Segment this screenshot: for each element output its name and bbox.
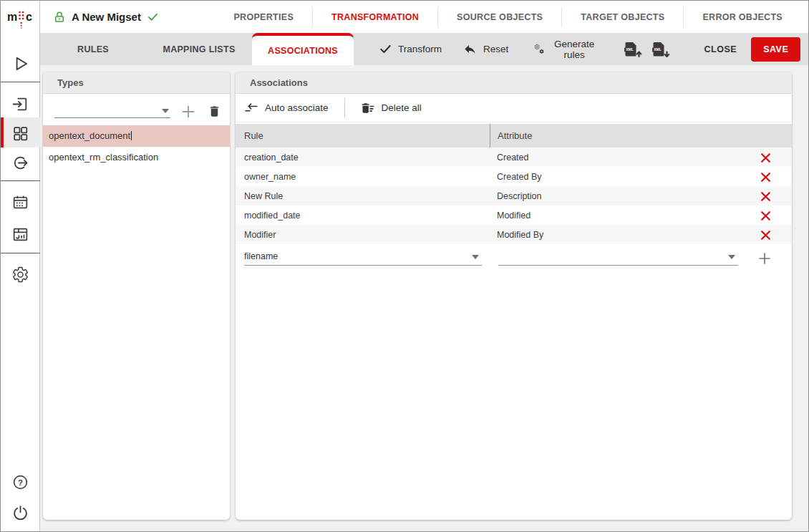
association-row: creation_date Created (236, 147, 792, 167)
delete-type-button[interactable] (208, 105, 221, 118)
rule-cell: owner_name (236, 167, 490, 186)
xml-upload-icon: XML (623, 41, 642, 58)
reset-button[interactable]: Reset (463, 42, 508, 56)
sidebar-item-power[interactable] (1, 499, 40, 526)
swap-arrows-icon (244, 102, 258, 115)
trash-icon (208, 105, 221, 118)
sidebar-item-scheduler[interactable] (1, 188, 40, 216)
associations-table-body: creation_date Created owner_name Created… (236, 147, 792, 244)
generate-rules-label: Generate rules (552, 39, 597, 60)
new-rule-select[interactable]: filename (244, 248, 482, 266)
tab-label: TARGET OBJECTS (581, 12, 664, 22)
sidebar-divider (1, 253, 40, 253)
add-type-button[interactable] (180, 104, 196, 120)
delete-association-button[interactable] (760, 152, 772, 163)
auto-associate-label: Auto associate (265, 102, 329, 113)
chevron-down-icon (162, 109, 169, 113)
attribute-cell: Modified (490, 205, 792, 225)
toolbar-tab-mapping-lists[interactable]: MAPPING LISTS (146, 33, 252, 65)
migration-center-logo-icon: m c (6, 4, 35, 30)
calendar-icon (11, 193, 29, 211)
new-association-row: filename (236, 244, 792, 271)
svg-text:XML: XML (654, 47, 662, 52)
topbar-tab-source-objects[interactable]: SOURCE OBJECTS (437, 7, 561, 27)
import-xml-button[interactable]: XML (623, 41, 642, 58)
rule-column-header: Rule (236, 124, 490, 147)
migset-name: A New Migset (72, 11, 141, 23)
toolbar-tabs: RULESMAPPING LISTSASSOCIATIONS (40, 33, 354, 65)
svg-text:m: m (7, 11, 17, 23)
save-button[interactable]: SAVE (751, 37, 800, 62)
lock-icon (53, 11, 66, 24)
tab-label: SOURCE OBJECTS (457, 12, 543, 22)
sidebar-item-import[interactable] (1, 90, 40, 117)
sidebar-item-export[interactable] (1, 149, 40, 176)
x-icon (760, 172, 771, 183)
tab-label: MAPPING LISTS (163, 44, 235, 54)
type-select[interactable] (54, 102, 170, 118)
type-list-item[interactable]: opentext_document (43, 125, 230, 147)
rule-cell: New Rule (236, 186, 490, 205)
migset-title-group: A New Migset (40, 11, 159, 24)
content-area: Types opentext_documentopentext_rm_class… (40, 65, 808, 531)
topbar-tab-properties[interactable]: PROPERTIES (215, 7, 312, 27)
help-icon: ? (11, 473, 29, 491)
sidebar-item-settings[interactable] (1, 261, 40, 288)
dashboard-chart-icon (11, 226, 29, 243)
topbar-tab-transformation[interactable]: TRANSFORMATION (312, 7, 437, 27)
topbar-tab-target-objects[interactable]: TARGET OBJECTS (561, 7, 683, 27)
svg-text:c: c (26, 11, 32, 23)
tab-label: TRANSFORMATION (331, 12, 419, 22)
chevron-down-icon (472, 255, 479, 259)
tab-label: ASSOCIATIONS (268, 46, 338, 56)
topbar-tab-error-objects[interactable]: ERROR OBJECTS (683, 7, 801, 27)
new-attribute-select[interactable] (498, 248, 738, 266)
plus-icon (180, 104, 196, 120)
reset-label: Reset (483, 44, 508, 54)
gear-icon (11, 266, 29, 284)
x-icon (760, 230, 771, 241)
toolbar-tab-associations[interactable]: ASSOCIATIONS (252, 33, 354, 65)
transformation-toolbar: RULESMAPPING LISTSASSOCIATIONS Transform… (40, 33, 808, 65)
sidebar-item-run[interactable] (1, 50, 40, 77)
association-row: New Rule Description (236, 186, 792, 205)
grid-icon (11, 125, 29, 142)
x-icon (760, 211, 771, 221)
auto-associate-button[interactable]: Auto associate (244, 102, 329, 115)
app-window: m c (0, 0, 809, 532)
x-icon (760, 191, 771, 202)
app-logo: m c (1, 1, 40, 33)
add-association-button[interactable] (757, 251, 772, 266)
types-panel-title: Types (43, 72, 230, 94)
check-icon (147, 11, 159, 23)
delete-association-button[interactable] (760, 210, 772, 221)
toolbar-tab-rules[interactable]: RULES (40, 33, 146, 65)
rule-cell: Modifier (236, 225, 490, 244)
type-list-item[interactable]: opentext_rm_classification (43, 147, 230, 168)
close-button[interactable]: CLOSE (696, 39, 746, 60)
chevron-down-icon (728, 255, 735, 259)
sidebar-item-help[interactable]: ? (1, 468, 40, 495)
new-rule-select-value: filename (244, 251, 278, 261)
delete-association-button[interactable] (760, 229, 772, 241)
sidebar-item-dashboard[interactable] (1, 221, 40, 248)
export-xml-button[interactable]: XML (651, 41, 670, 58)
delete-association-button[interactable] (760, 171, 772, 183)
associations-panel-title: Associations (236, 72, 792, 94)
transform-button[interactable]: Transform (379, 43, 442, 55)
delete-all-button[interactable]: Delete all (361, 101, 422, 115)
attribute-cell: Description (490, 186, 792, 205)
undo-arrow-icon (463, 42, 477, 56)
xml-download-icon: XML (651, 41, 670, 58)
tab-label: PROPERTIES (233, 12, 294, 22)
svg-text:?: ? (18, 478, 23, 486)
delete-association-button[interactable] (760, 190, 772, 202)
types-toolbar (43, 94, 230, 125)
generate-rules-button[interactable]: Generate rules (534, 39, 596, 60)
sidebar-item-migsets[interactable] (1, 120, 40, 147)
check-icon (379, 43, 392, 55)
delete-all-label: Delete all (382, 102, 422, 113)
toolbar-divider (344, 98, 345, 118)
rule-cell: creation_date (236, 147, 490, 167)
double-gear-icon (534, 42, 545, 57)
